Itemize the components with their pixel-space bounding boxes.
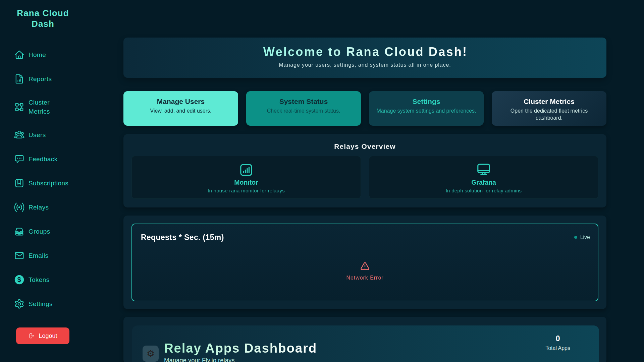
svg-text:$: $ bbox=[17, 276, 21, 283]
